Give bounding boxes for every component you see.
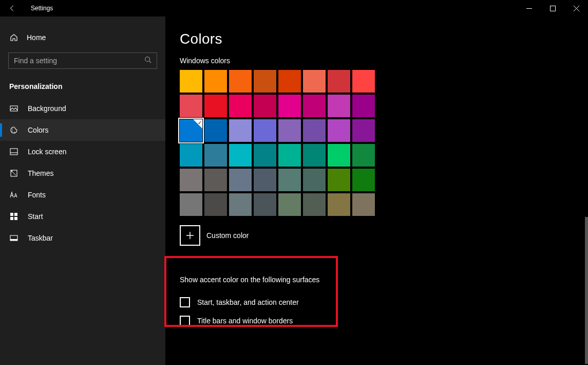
svg-point-7 (12, 129, 13, 130)
color-swatch[interactable] (254, 169, 276, 191)
sidebar-item-start[interactable]: Start (0, 206, 165, 227)
color-swatch[interactable] (180, 70, 202, 93)
sidebar-item-label: Taskbar (28, 234, 53, 242)
color-swatch[interactable] (303, 169, 326, 191)
checkbox-icon (180, 297, 190, 307)
checkbox-start-taskbar[interactable]: Start, taskbar, and action center (180, 293, 354, 312)
color-swatch[interactable] (254, 119, 276, 142)
color-swatch[interactable] (254, 193, 276, 216)
color-swatch[interactable] (303, 193, 326, 216)
fonts-icon (9, 190, 18, 199)
picture-icon (9, 104, 18, 113)
custom-color-button[interactable] (180, 225, 200, 246)
custom-color-label: Custom color (206, 231, 249, 240)
sidebar-item-label: Colors (28, 126, 48, 134)
svg-point-8 (12, 131, 13, 132)
color-swatch[interactable] (278, 70, 301, 93)
color-swatch[interactable] (278, 144, 301, 167)
color-swatch[interactable] (328, 144, 350, 167)
checkbox-titlebars[interactable]: Title bars and window borders (180, 312, 354, 330)
sidebar-item-label: Lock screen (28, 148, 66, 156)
close-button[interactable] (564, 0, 588, 16)
color-swatch-grid: ✓ (180, 70, 375, 216)
color-swatch[interactable] (229, 144, 252, 167)
color-swatch[interactable] (204, 70, 227, 93)
color-swatch[interactable] (303, 70, 326, 93)
accent-heading: Show accent color on the following surfa… (180, 276, 354, 284)
color-swatch[interactable] (328, 193, 350, 216)
color-swatch[interactable] (229, 169, 252, 191)
sidebar-item-label: Start (28, 212, 43, 221)
home-nav[interactable]: Home (0, 29, 165, 46)
accent-surfaces-section: Show accent color on the following surfa… (180, 268, 354, 341)
color-swatch[interactable] (254, 70, 276, 93)
color-swatch[interactable] (204, 119, 227, 142)
color-swatch[interactable] (204, 144, 227, 167)
color-swatch[interactable] (278, 193, 301, 216)
color-swatch[interactable] (229, 95, 252, 117)
search-input-wrapper[interactable] (8, 52, 157, 69)
back-button[interactable] (4, 5, 21, 12)
maximize-button[interactable] (541, 0, 564, 16)
color-swatch[interactable] (278, 169, 301, 191)
svg-point-4 (145, 57, 150, 62)
svg-rect-10 (10, 149, 17, 155)
sidebar-item-label: Background (28, 104, 66, 113)
sidebar: Home Personalization Background Colors L… (0, 16, 165, 365)
sidebar-item-label: Fonts (28, 191, 46, 199)
color-swatch[interactable] (278, 119, 301, 142)
svg-rect-16 (14, 217, 17, 220)
color-swatch[interactable] (303, 95, 326, 117)
themes-icon (9, 169, 18, 178)
color-swatch[interactable] (204, 193, 227, 216)
search-input[interactable] (14, 57, 144, 65)
sidebar-item-themes[interactable]: Themes (0, 162, 165, 184)
color-swatch[interactable] (204, 169, 227, 191)
start-icon (9, 212, 18, 221)
color-swatch[interactable] (229, 119, 252, 142)
color-swatch[interactable] (328, 169, 350, 191)
color-swatch[interactable] (229, 193, 252, 216)
taskbar-icon (9, 233, 18, 243)
color-swatch[interactable]: ✓ (180, 119, 202, 142)
color-swatch[interactable] (328, 119, 350, 142)
sidebar-item-taskbar[interactable]: Taskbar (0, 227, 165, 249)
svg-rect-6 (10, 106, 17, 111)
color-swatch[interactable] (303, 144, 326, 167)
svg-line-5 (149, 61, 151, 63)
color-swatch[interactable] (180, 144, 202, 167)
color-swatch[interactable] (254, 144, 276, 167)
checkbox-icon (180, 316, 190, 326)
sidebar-item-colors[interactable]: Colors (0, 119, 165, 141)
color-swatch[interactable] (328, 70, 350, 93)
color-swatch[interactable] (180, 169, 202, 191)
color-swatch[interactable] (254, 95, 276, 117)
color-swatch[interactable] (328, 95, 350, 117)
sidebar-item-label: Themes (28, 169, 54, 177)
sidebar-item-lockscreen[interactable]: Lock screen (0, 141, 165, 162)
scrollbar[interactable] (585, 217, 588, 364)
svg-point-9 (14, 132, 15, 133)
minimize-button[interactable] (517, 0, 541, 16)
titlebar: Settings (0, 0, 588, 16)
section-title: Personalization (0, 78, 165, 98)
main-content: Colors Windows colors ✓ Custom color Sho… (165, 16, 588, 365)
lockscreen-icon (9, 147, 18, 156)
sidebar-item-fonts[interactable]: Fonts (0, 184, 165, 206)
color-swatch[interactable] (303, 119, 326, 142)
color-swatch[interactable] (352, 119, 375, 142)
color-swatch[interactable] (352, 95, 375, 117)
color-swatch[interactable] (352, 70, 375, 93)
color-swatch[interactable] (180, 193, 202, 216)
palette-icon (9, 125, 18, 135)
home-label: Home (27, 33, 46, 42)
color-swatch[interactable] (278, 95, 301, 117)
search-icon (144, 56, 151, 65)
color-swatch[interactable] (352, 169, 375, 191)
color-swatch[interactable] (204, 95, 227, 117)
color-swatch[interactable] (229, 70, 252, 93)
color-swatch[interactable] (180, 95, 202, 117)
color-swatch[interactable] (352, 193, 375, 216)
sidebar-item-background[interactable]: Background (0, 98, 165, 119)
color-swatch[interactable] (352, 144, 375, 167)
